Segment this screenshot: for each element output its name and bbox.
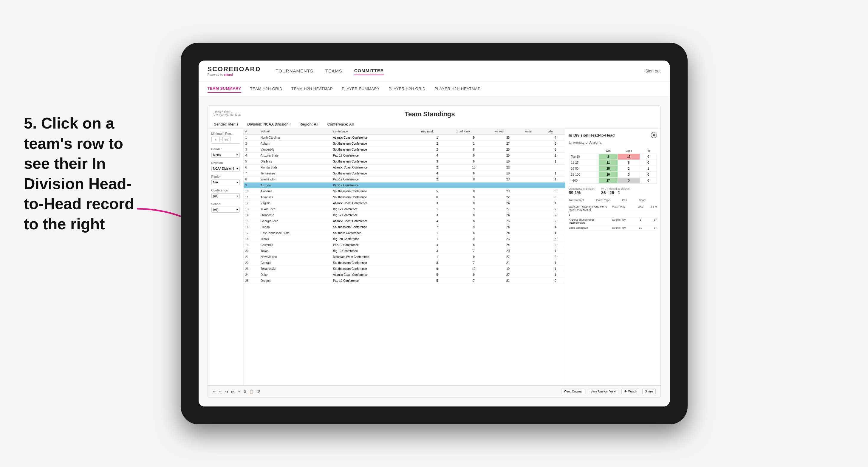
sub-nav-team-h2h-grid[interactable]: TEAM H2H GRID: [250, 85, 282, 92]
sign-out-link[interactable]: Sign out: [645, 69, 660, 73]
cell-conf-rank: 10: [455, 266, 493, 272]
table-row[interactable]: 16 Florida Southeastern Conference 7 9 2…: [244, 224, 565, 230]
watch-btn[interactable]: 👁 Watch: [621, 388, 639, 394]
table-row[interactable]: 6 Florida State Atlantic Coast Conferenc…: [244, 165, 565, 170]
opponents-stat: Opponents in division: 99.1%: [569, 187, 595, 195]
table-row[interactable]: 20 Texas Big 12 Conference 3 7 20 7: [244, 248, 565, 254]
table-row[interactable]: 23 Texas A&M Southeastern Conference 9 1…: [244, 266, 565, 272]
table-row[interactable]: 17 East Tennessee State Southern Confere…: [244, 230, 565, 236]
nav-teams[interactable]: TEAMS: [325, 67, 342, 75]
table-header-row: # School Conference Reg Rank Conf Rank N…: [244, 128, 565, 135]
cell-rnds: [523, 224, 546, 230]
cell-conference: Atlantic Coast Conference: [331, 218, 420, 224]
table-row[interactable]: 21 New Mexico Mountain West Conference 1…: [244, 254, 565, 260]
cell-reg-rank: 1: [420, 254, 455, 260]
cell-reg-rank: 9: [420, 266, 455, 272]
table-row[interactable]: 18 Illinois Big Ten Conference 1 9 23 3: [244, 236, 565, 242]
cell-reg-rank: 2: [420, 141, 455, 147]
cell-school: Oklahoma: [259, 212, 331, 218]
conference-filter-input[interactable]: (All) ▾: [211, 193, 240, 199]
cell-conference: Southeastern Conference: [331, 224, 420, 230]
cut-icon[interactable]: ✂: [238, 390, 241, 394]
table-row[interactable]: 2 Auburn Southeastern Conference 2 1 27 …: [244, 141, 565, 147]
cell-conference: Atlantic Coast Conference: [331, 165, 420, 170]
table-row[interactable]: 12 Virginia Atlantic Coast Conference 3 …: [244, 200, 565, 206]
cell-school: Auburn: [259, 141, 331, 147]
filter-region: Region: All: [299, 122, 318, 126]
region-filter-label: Region: [211, 175, 240, 178]
table-row[interactable]: 9 Arizona Pac-12 Conference: [244, 183, 565, 188]
tournament-score: [648, 213, 657, 216]
table-row[interactable]: 24 Duke Atlantic Coast Conference 5 9 27…: [244, 272, 565, 278]
cell-school: Florida: [259, 224, 331, 230]
table-row[interactable]: 3 Vanderbilt Southeastern Conference 2 8…: [244, 147, 565, 153]
cell-rnds: [523, 135, 546, 141]
paste-icon[interactable]: 📋: [249, 390, 254, 394]
close-button[interactable]: ✕: [651, 132, 657, 138]
tablet-device: SCOREBOARD Powered by clippd TOURNAMENTS…: [181, 43, 688, 424]
rewind-icon[interactable]: ⏮: [224, 390, 228, 394]
gender-filter-input[interactable]: Men's ▾: [211, 152, 240, 158]
cell-conf-rank: 6: [455, 170, 493, 177]
cell-conf-rank: 6: [455, 159, 493, 165]
table-row[interactable]: 25 Oregon Pac-12 Conference 5 7 21 0: [244, 278, 565, 284]
table-row[interactable]: 19 California Pac-12 Conference 4 8 24 2: [244, 242, 565, 248]
division-filter-input[interactable]: NCAA Division I ▾: [211, 166, 240, 172]
table-row[interactable]: 4 Arizona State Pac-12 Conference 4 6 26…: [244, 153, 565, 159]
forward-icon[interactable]: ⏭: [231, 390, 235, 394]
sub-nav-player-h2h-grid[interactable]: PLAYER H2H GRID: [389, 85, 426, 92]
top-nav: SCOREBOARD Powered by clippd TOURNAMENTS…: [198, 61, 670, 82]
copy-icon[interactable]: ⧉: [244, 390, 246, 394]
h2h-range: Top 10: [569, 154, 599, 160]
cell-rnds: [523, 242, 546, 248]
cell-rank: 22: [244, 260, 259, 266]
share-btn[interactable]: Share: [642, 388, 656, 394]
table-row[interactable]: 1 North Carolina Atlantic Coast Conferen…: [244, 135, 565, 141]
cell-school: Illinois: [259, 236, 331, 242]
nav-committee[interactable]: COMMITTEE: [354, 66, 384, 75]
cell-rank: 21: [244, 254, 259, 260]
undo-icon[interactable]: ↩: [213, 390, 216, 394]
table-row[interactable]: 13 Texas Tech Big 12 Conference 1 9 27 2: [244, 206, 565, 212]
cell-reg-rank: 3: [420, 212, 455, 218]
save-custom-btn[interactable]: Save Custom View: [588, 388, 618, 394]
nav-tournaments[interactable]: TOURNAMENTS: [276, 67, 313, 75]
cell-rank: 6: [244, 165, 259, 170]
redo-icon[interactable]: ↪: [219, 390, 221, 394]
table-row[interactable]: 22 Georgia Southeastern Conference 8 7 2…: [244, 260, 565, 266]
table-row[interactable]: 15 Georgia Tech Atlantic Coast Conferenc…: [244, 218, 565, 224]
cell-rnds: [523, 153, 546, 159]
tournament-col-score: Score: [639, 198, 647, 201]
cell-win: 3: [546, 236, 565, 242]
cell-win: 2: [546, 242, 565, 248]
tournament-row: Cabo Collegiate Stroke Play 11 17: [569, 225, 657, 230]
school-filter-input[interactable]: (All) ▾: [211, 207, 240, 213]
tournament-col-pos: Pos: [622, 198, 627, 201]
slider-bar[interactable]: [211, 143, 240, 144]
region-filter-input[interactable]: N/A ▾: [211, 180, 240, 185]
cell-school: Texas Tech: [259, 206, 331, 212]
table-row[interactable]: 14 Oklahoma Big 12 Conference 3 8 24 2: [244, 212, 565, 218]
cell-win: 1: [546, 177, 565, 183]
table-row[interactable]: 7 Tennessee Southeastern Conference 4 6 …: [244, 170, 565, 177]
table-row[interactable]: 10 Alabama Southeastern Conference 5 8 2…: [244, 188, 565, 194]
table-row[interactable]: 8 Washington Pac-12 Conference 2 8 23 1: [244, 177, 565, 183]
cell-no-tour: 24: [493, 242, 523, 248]
tournament-name: Jackson T. Stephens Cup Men's Match-Play…: [569, 205, 609, 211]
cell-no-tour: 27: [493, 141, 523, 147]
cell-rank: 23: [244, 266, 259, 272]
cell-conference: Southeastern Conference: [331, 159, 420, 165]
sub-nav-player-summary[interactable]: PLAYER SUMMARY: [342, 85, 380, 92]
clock-icon[interactable]: ⏱: [257, 390, 260, 394]
view-original-btn[interactable]: View: Original: [561, 388, 585, 394]
col-win: Win: [546, 128, 565, 135]
table-row[interactable]: 11 Arkansas Southeastern Conference 6 8 …: [244, 194, 565, 200]
h2h-row: >100 27 0 0: [569, 178, 657, 184]
sub-nav-team-h2h-heatmap[interactable]: TEAM H2H HEATMAP: [291, 85, 333, 92]
sub-nav-player-h2h-heatmap[interactable]: PLAYER H2H HEATMAP: [434, 85, 480, 92]
table-row[interactable]: 5 Ole Miss Southeastern Conference 3 6 1…: [244, 159, 565, 165]
conference-filter-group: Conference (All) ▾: [211, 189, 240, 199]
min-range-max[interactable]: 30: [222, 136, 231, 142]
sub-nav-team-summary[interactable]: TEAM SUMMARY: [208, 85, 241, 93]
min-range-min[interactable]: 4: [211, 136, 220, 142]
